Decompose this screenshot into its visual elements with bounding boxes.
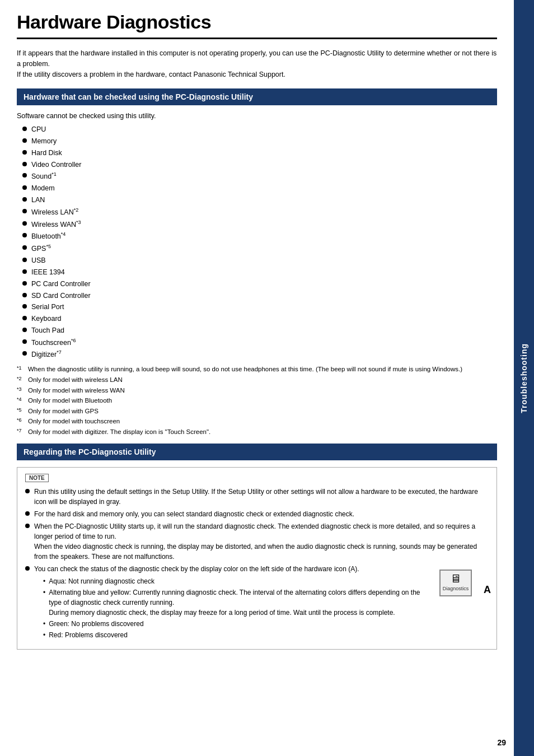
color-item: Alternating blue and yellow: Currently r…	[43, 587, 426, 618]
section2-header: Regarding the PC-Diagnostic Utility	[17, 444, 497, 460]
icon-image: 🖥	[450, 573, 461, 584]
footnotes-block: *1 When the diagnostic utility is runnin…	[17, 365, 497, 436]
footnote-1: *1 When the diagnostic utility is runnin…	[17, 365, 497, 374]
list-item: LAN	[22, 195, 497, 206]
list-item: IEEE 1394	[22, 267, 497, 278]
list-item: SD Card Controller	[22, 291, 497, 301]
section1-header: Hardware that can be checked using the P…	[17, 88, 497, 105]
intro-line2: If the utility discovers a problem in th…	[17, 69, 497, 80]
list-item: GPS*5	[22, 243, 497, 254]
color-item: Aqua: Not running diagnostic check	[43, 576, 426, 586]
list-item: USB	[22, 255, 497, 266]
list-item: Touch Pad	[22, 325, 497, 336]
color-item: Red: Problems discovered	[43, 630, 489, 640]
right-sidebar: Troubleshooting	[514, 0, 534, 756]
list-item: Memory	[22, 136, 497, 147]
note-item: When the PC-Diagnostic Utility starts up…	[25, 521, 489, 562]
list-item: PC Card Controller	[22, 279, 497, 290]
list-item: Modem	[22, 183, 497, 194]
icon-a-label: A	[484, 582, 491, 598]
intro-block: If it appears that the hardware installe…	[17, 48, 497, 80]
list-item: Wireless LAN*2	[22, 207, 497, 218]
icon-label: Diagnostics	[443, 585, 469, 593]
list-item: Wireless WAN*3	[22, 219, 497, 230]
note-box: NOTE Run this utility using the default …	[17, 467, 497, 650]
note-item: For the hard disk and memory only, you c…	[25, 509, 489, 519]
list-item: Serial Port	[22, 302, 497, 312]
list-item: Video Controller	[22, 160, 497, 170]
footnote-6: *6 Only for model with touchscreen	[17, 417, 497, 426]
diagnostic-icon-container: 🖥 Diagnostics A	[434, 566, 477, 600]
footnote-4: *4 Only for model with Bluetooth	[17, 396, 497, 405]
hardware-list: CPU Memory Hard Disk Video Controller So…	[22, 124, 497, 360]
list-item: CPU	[22, 124, 497, 135]
footnote-2: *2 Only for model with wireless LAN	[17, 375, 497, 385]
page-number: 29	[497, 738, 506, 747]
note-item: Run this utility using the default setti…	[25, 487, 489, 507]
color-item: Green: No problems discovered	[43, 619, 489, 629]
note-list: Run this utility using the default setti…	[25, 487, 489, 641]
list-item: Bluetooth*4	[22, 231, 497, 242]
color-list: Aqua: Not running diagnostic check Alter…	[43, 576, 489, 640]
footnote-7: *7 Only for model with digitizer. The di…	[17, 427, 497, 437]
footnote-5: *5 Only for model with GPS	[17, 407, 497, 416]
diagnostic-icon: 🖥 Diagnostics	[439, 570, 472, 596]
list-item: Keyboard	[22, 314, 497, 324]
section1-sub: Software cannot be checked using this ut…	[17, 112, 497, 120]
page-title: Hardware Diagnostics	[17, 11, 497, 39]
list-item: Touchscreen*6	[22, 337, 497, 348]
intro-line1: If it appears that the hardware installe…	[17, 48, 497, 69]
note-label: NOTE	[25, 474, 49, 482]
list-item: Digitizer*7	[22, 349, 497, 360]
footnote-3: *3 Only for model with wireless WAN	[17, 386, 497, 395]
list-item: Sound*1	[22, 171, 497, 182]
sidebar-label: Troubleshooting	[519, 343, 528, 413]
note-item: You can check the status of the diagnost…	[25, 564, 489, 641]
list-item: Hard Disk	[22, 148, 497, 158]
